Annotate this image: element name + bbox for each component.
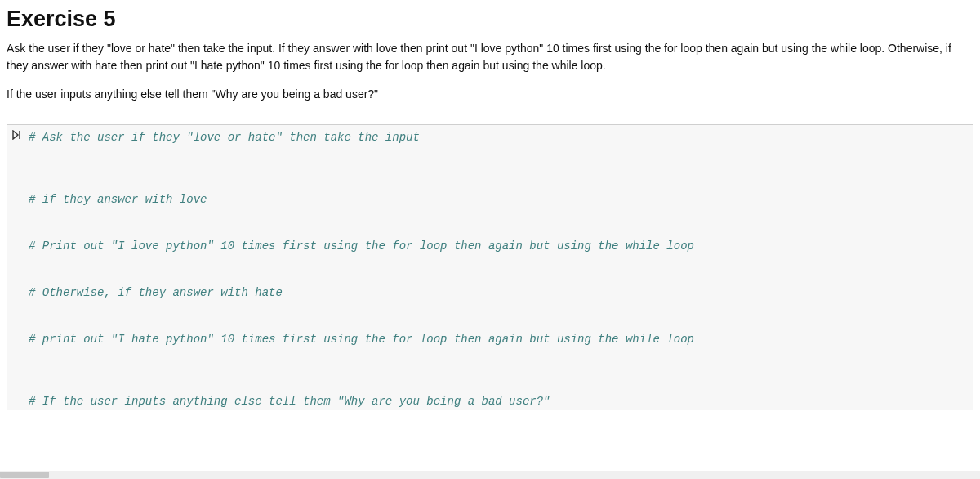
code-line[interactable] [29, 363, 968, 378]
code-line[interactable]: # Otherwise, if they answer with hate [29, 285, 968, 301]
code-line[interactable] [29, 161, 968, 177]
code-line[interactable] [29, 301, 968, 316]
code-line[interactable] [29, 254, 968, 270]
code-line[interactable] [29, 177, 968, 192]
exercise-description-1: Ask the user if they "love or hate" then… [7, 40, 973, 74]
exercise-description-2: If the user inputs anything else tell th… [7, 86, 973, 103]
code-line[interactable]: # Ask the user if they "love or hate" th… [29, 130, 968, 145]
run-cell-button[interactable] [7, 125, 27, 410]
code-line[interactable]: # print out "I hate python" 10 times fir… [29, 332, 968, 347]
code-line[interactable] [29, 208, 968, 223]
exercise-heading: Exercise 5 [7, 7, 973, 32]
code-line[interactable] [29, 223, 968, 239]
code-line[interactable] [29, 270, 968, 285]
code-line[interactable] [29, 316, 968, 332]
code-line[interactable] [29, 378, 968, 394]
code-line[interactable] [29, 145, 968, 161]
code-line[interactable]: # If the user inputs anything else tell … [29, 394, 968, 410]
code-line[interactable]: # if they answer with love [29, 192, 968, 208]
code-line[interactable]: # Print out "I love python" 10 times fir… [29, 239, 968, 254]
markdown-cell: Exercise 5 Ask the user if they "love or… [7, 7, 973, 121]
code-editor[interactable]: # Ask the user if they "love or hate" th… [27, 125, 973, 410]
code-cell[interactable]: # Ask the user if they "love or hate" th… [7, 124, 973, 410]
run-icon [12, 131, 22, 142]
code-line[interactable] [29, 347, 968, 363]
